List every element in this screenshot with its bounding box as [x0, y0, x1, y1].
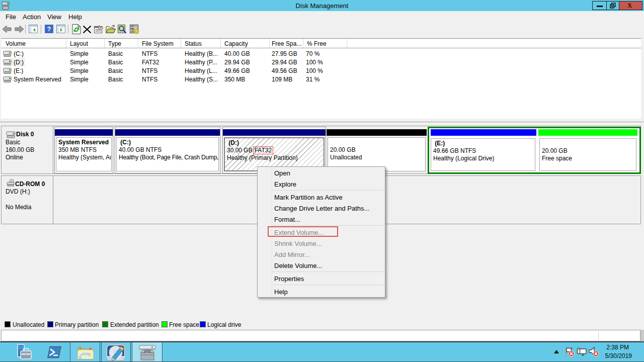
svg-text:?: ?	[47, 25, 51, 33]
